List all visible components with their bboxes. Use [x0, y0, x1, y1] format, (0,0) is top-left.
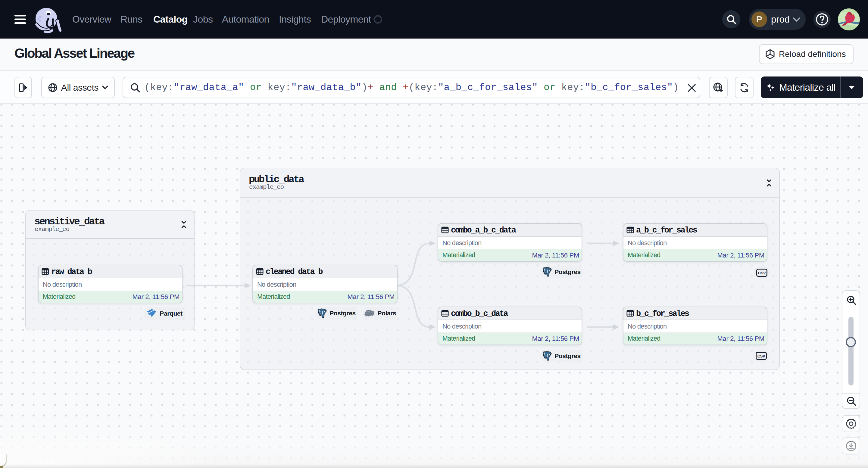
svg-text:CSV: CSV: [757, 354, 765, 358]
svg-text:CSV: CSV: [758, 271, 766, 275]
